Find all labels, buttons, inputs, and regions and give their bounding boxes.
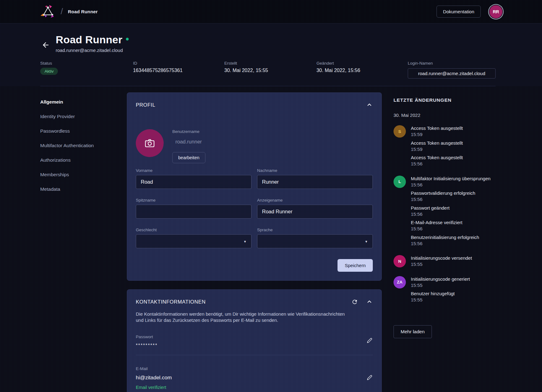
- actor-avatar: L: [394, 176, 406, 188]
- timeline-event: E-Mail-Adresse verifiziert 15:56: [411, 220, 496, 232]
- email-value: hi@zitadel.com: [136, 375, 358, 381]
- sidebar-item[interactable]: Memberships: [40, 172, 127, 177]
- timeline-event: Access Token ausgestellt 15:59: [411, 126, 496, 138]
- lastname-input[interactable]: [257, 175, 373, 189]
- main-column: PROFIL: [127, 92, 382, 392]
- zitadel-logo-icon[interactable]: [40, 5, 56, 19]
- recent-changes-panel: LETZTE ÄNDERUNGEN 30. Mai 2022 S Access …: [394, 92, 496, 338]
- displayname-input[interactable]: [257, 205, 373, 219]
- timeline-event: Access Token ausgestellt 15:59: [411, 140, 496, 152]
- documentation-button[interactable]: Dokumentation: [437, 6, 481, 18]
- username-label: Benutzername: [172, 129, 205, 134]
- profile-card: PROFIL: [127, 92, 382, 281]
- login-names-label: Login-Namen: [408, 61, 496, 66]
- timeline-event: Passwort geändert 15:56: [411, 205, 496, 217]
- contact-description: Die Kontaktinformationen werden benötigt…: [136, 311, 352, 323]
- edit-email-pencil-icon[interactable]: [366, 374, 373, 381]
- dropdown-arrow-icon: ▼: [365, 240, 368, 243]
- event-time: 15:56: [411, 226, 496, 232]
- changed-value: 30. Mai 2022, 15:56: [316, 68, 408, 73]
- sidebar-item[interactable]: Identity Provider: [40, 114, 127, 119]
- nickname-input[interactable]: [136, 205, 252, 219]
- event-title: Access Token ausgestellt: [411, 155, 496, 161]
- language-label: Sprache: [257, 228, 373, 232]
- status-label: Status: [40, 61, 133, 66]
- event-title: Initialisierungscode versendet: [411, 255, 496, 261]
- event-title: Access Token ausgestellt: [411, 140, 496, 146]
- timeline-event: Multifaktor Initialisierung übersprungen…: [411, 176, 496, 188]
- page-header: Road Runner road.runner@acme.zitadel.clo…: [0, 23, 542, 86]
- password-masked-value: *********: [136, 342, 358, 347]
- created-label: Erstellt: [224, 61, 316, 66]
- firstname-label: Vorname: [136, 168, 252, 173]
- event-title: Passwort geändert: [411, 205, 496, 211]
- event-time: 15:55: [411, 297, 496, 303]
- contact-card-title: KONTAKTINFORMATIONEN: [136, 299, 206, 305]
- displayname-label: Anzeigename: [257, 198, 373, 202]
- active-status-dot: [126, 38, 129, 40]
- sidebar-nav: Allgemein Identity Provider Passwordless…: [40, 92, 127, 201]
- edit-password-pencil-icon[interactable]: [366, 337, 373, 344]
- event-time: 15:55: [411, 262, 496, 267]
- id-value: 163448575286575361: [133, 68, 224, 73]
- event-time: 15:56: [411, 241, 496, 247]
- collapse-chevron-up-icon[interactable]: [366, 298, 373, 305]
- sidebar-item[interactable]: Passwordless: [40, 128, 127, 134]
- event-title: Access Token ausgestellt: [411, 126, 496, 131]
- email-verified-status: Email verifiziert: [136, 385, 358, 390]
- collapse-chevron-up-icon[interactable]: [366, 101, 373, 108]
- event-time: 15:56: [411, 182, 496, 188]
- actor-avatar: N: [394, 255, 406, 267]
- timeline-event: Initialisierungscode generiert 15:55: [411, 276, 496, 288]
- sidebar-item[interactable]: Authorizations: [40, 157, 127, 163]
- timeline-event: Benutzerinitialisierung erfolgreich 15:5…: [411, 235, 496, 247]
- username-value: road.runner: [175, 139, 205, 145]
- back-arrow-icon[interactable]: [40, 40, 51, 50]
- event-title: Benutzerinitialisierung erfolgreich: [411, 235, 496, 241]
- load-more-button[interactable]: Mehr laden: [394, 325, 432, 338]
- changes-title: LETZTE ÄNDERUNGEN: [394, 97, 496, 103]
- timeline: S Access Token ausgestellt 15:59 Access: [394, 125, 496, 306]
- login-name-chip[interactable]: road.runner@acme.zitadel.cloud: [408, 68, 496, 79]
- timeline-event: Access Token ausgestellt 15:56: [411, 155, 496, 167]
- user-avatar[interactable]: RR: [489, 5, 502, 18]
- timeline-group: L Multifaktor Initialisierung übersprung…: [394, 176, 496, 249]
- id-label: ID: [133, 61, 224, 66]
- event-title: Benutzer hinzugefügt: [411, 291, 496, 297]
- gender-label: Geschlecht: [136, 228, 252, 232]
- timeline-event: Benutzer hinzugefügt 15:55: [411, 291, 496, 303]
- breadcrumb[interactable]: Road Runner: [68, 9, 98, 14]
- contact-card: KONTAKTINFORMATIONEN Die Kontaktinformat…: [127, 289, 382, 392]
- page-subtitle: road.runner@acme.zitadel.cloud: [56, 48, 129, 53]
- top-navbar: / Road Runner Dokumentation RR: [0, 0, 542, 23]
- language-select[interactable]: ▼: [257, 234, 373, 248]
- breadcrumb-separator: /: [61, 7, 63, 16]
- created-value: 30. Mai 2022, 15:55: [224, 68, 316, 73]
- dropdown-arrow-icon: ▼: [243, 240, 247, 243]
- zitadel-console-page: / Road Runner Dokumentation RR Road Runn…: [0, 0, 542, 392]
- refresh-icon[interactable]: [351, 299, 358, 305]
- changed-label: Geändert: [316, 61, 408, 66]
- timeline-group: ZA Initialisierungscode generiert 15:55: [394, 276, 496, 306]
- gender-select[interactable]: ▼: [136, 234, 252, 248]
- edit-username-button[interactable]: bearbeiten: [172, 152, 205, 163]
- profile-avatar-camera-icon[interactable]: [136, 129, 164, 157]
- content-area: Allgemein Identity Provider Passwordless…: [0, 86, 542, 392]
- save-button[interactable]: Speichern: [338, 259, 373, 272]
- email-label: E-Mail: [136, 366, 148, 371]
- timeline-group: N Initialisierungscode versendet 15:55: [394, 255, 496, 270]
- timeline-event: Passwortvalidierung erfolgreich 15:56: [411, 190, 496, 202]
- nickname-label: Spitzname: [136, 198, 252, 202]
- timeline-group: S Access Token ausgestellt 15:59 Access: [394, 125, 496, 170]
- status-badge: Aktiv: [40, 68, 58, 75]
- event-time: 15:56: [411, 211, 496, 217]
- event-time: 15:55: [411, 283, 496, 288]
- firstname-input[interactable]: [136, 175, 252, 189]
- event-title: E-Mail-Adresse verifiziert: [411, 220, 496, 226]
- event-title: Initialisierungscode generiert: [411, 276, 496, 282]
- event-time: 15:59: [411, 147, 496, 152]
- event-time: 15:56: [411, 197, 496, 202]
- sidebar-item[interactable]: Multifactor Authentication: [40, 143, 127, 148]
- sidebar-item[interactable]: Allgemein: [40, 99, 127, 105]
- sidebar-item[interactable]: Metadata: [40, 186, 127, 192]
